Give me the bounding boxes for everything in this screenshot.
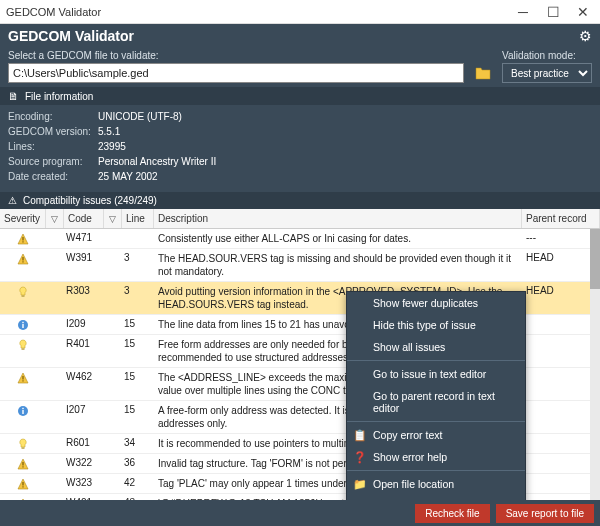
cell-line: 42 xyxy=(122,477,154,488)
info-circle-icon xyxy=(17,319,29,331)
svg-rect-8 xyxy=(22,348,25,350)
cell-line: 43 xyxy=(122,497,154,500)
svg-rect-17 xyxy=(22,482,23,486)
cell-parent: HEAD xyxy=(522,285,600,296)
cell-code: W322 xyxy=(64,457,104,468)
svg-rect-7 xyxy=(22,322,23,323)
info-row: Source program:Personal Ancestry Writer … xyxy=(8,154,592,169)
app-title: GEDCOM Validator xyxy=(8,28,579,44)
context-menu-item-icon: ❓ xyxy=(353,451,367,464)
info-value: 5.5.1 xyxy=(98,124,120,139)
svg-rect-16 xyxy=(22,466,23,467)
context-menu-item[interactable]: Show fewer duplicates xyxy=(347,292,525,314)
file-select-row: Select a GEDCOM file to validate: Valida… xyxy=(0,48,600,87)
context-menu-item[interactable]: 📁Open file location xyxy=(347,473,525,495)
cell-description: The HEAD.SOUR.VERS tag is missing and sh… xyxy=(154,252,522,278)
context-menu-separator xyxy=(347,421,525,422)
context-menu-item-label: Hide this type of issue xyxy=(373,319,476,331)
svg-rect-9 xyxy=(22,376,23,380)
context-menu-item-label: Show error help xyxy=(373,451,447,463)
save-report-button[interactable]: Save report to file xyxy=(496,504,594,523)
filter-icon: ▽ xyxy=(109,214,116,224)
cell-severity xyxy=(0,497,46,500)
info-row: Date created:25 MAY 2002 xyxy=(8,169,592,184)
minimize-button[interactable]: ─ xyxy=(508,0,538,24)
info-key: GEDCOM version: xyxy=(8,124,98,139)
cell-code: W391 xyxy=(64,252,104,263)
warning-triangle-icon xyxy=(17,498,29,500)
table-row[interactable]: W471Consistently use either ALL-CAPS or … xyxy=(0,229,600,249)
file-path-input[interactable] xyxy=(8,63,464,83)
lightbulb-icon xyxy=(17,339,29,351)
col-code[interactable]: Code xyxy=(64,209,104,228)
settings-gear-icon[interactable]: ⚙ xyxy=(579,28,592,44)
context-menu-item-icon: 📝 xyxy=(353,500,367,501)
col-description[interactable]: Description xyxy=(154,209,522,228)
cell-line: 34 xyxy=(122,437,154,448)
warning-triangle-icon xyxy=(17,458,29,470)
cell-code: R601 xyxy=(64,437,104,448)
recheck-button[interactable]: Recheck file xyxy=(415,504,489,523)
close-button[interactable]: ✕ xyxy=(568,0,598,24)
file-select-label: Select a GEDCOM file to validate: xyxy=(8,50,464,61)
context-menu-item[interactable]: Go to issue in text editor xyxy=(347,363,525,385)
col-severity[interactable]: Severity xyxy=(0,209,46,228)
cell-code: W462 xyxy=(64,371,104,382)
svg-rect-6 xyxy=(22,324,23,328)
col-code-filter[interactable]: ▽ xyxy=(104,209,122,228)
issues-section-header[interactable]: ⚠ Compatibility issues (249/249) xyxy=(0,192,600,209)
context-menu: Show fewer duplicatesHide this type of i… xyxy=(346,291,526,500)
cell-line: 15 xyxy=(122,338,154,349)
svg-rect-18 xyxy=(22,486,23,487)
info-key: Lines: xyxy=(8,139,98,154)
context-menu-item[interactable]: Go to parent record in text editor xyxy=(347,385,525,419)
lightbulb-icon xyxy=(17,286,29,298)
cell-severity xyxy=(0,252,46,265)
cell-severity xyxy=(0,457,46,470)
context-menu-item[interactable]: 📝Open file in text editor xyxy=(347,495,525,500)
cell-severity xyxy=(0,338,46,351)
info-key: Encoding: xyxy=(8,109,98,124)
app-header: GEDCOM Validator ⚙ Select a GEDCOM file … xyxy=(0,24,600,209)
issues-table: Severity ▽ Code ▽ Line Description Paren… xyxy=(0,209,600,500)
cell-code: I209 xyxy=(64,318,104,329)
browse-folder-button[interactable] xyxy=(472,63,494,83)
context-menu-item-label: Open file location xyxy=(373,478,454,490)
cell-parent: HEAD xyxy=(522,252,600,263)
footer: Recheck file Save report to file xyxy=(0,500,600,526)
document-icon: 🗎 xyxy=(8,90,19,102)
info-row: Lines:23995 xyxy=(8,139,592,154)
svg-rect-4 xyxy=(22,295,25,297)
table-row[interactable]: W3913The HEAD.SOUR.VERS tag is missing a… xyxy=(0,249,600,282)
cell-code: I207 xyxy=(64,404,104,415)
validation-mode-label: Validation mode: xyxy=(502,50,592,61)
warning-triangle-icon xyxy=(17,233,29,245)
cell-line: 3 xyxy=(122,285,154,296)
cell-severity xyxy=(0,477,46,490)
context-menu-item[interactable]: 📋Copy error text xyxy=(347,424,525,446)
window-titlebar: GEDCOM Validator ─ ☐ ✕ xyxy=(0,0,600,24)
cell-line: 3 xyxy=(122,252,154,263)
cell-parent: --- xyxy=(522,232,600,243)
col-parent[interactable]: Parent record xyxy=(522,209,600,228)
scrollbar-thumb[interactable] xyxy=(590,229,600,289)
issues-title: Compatibility issues (249/249) xyxy=(23,195,157,206)
col-severity-filter[interactable]: ▽ xyxy=(46,209,64,228)
context-menu-item[interactable]: Show all issues xyxy=(347,336,525,358)
svg-rect-14 xyxy=(22,447,25,449)
svg-rect-13 xyxy=(22,408,23,409)
cell-line: 36 xyxy=(122,457,154,468)
context-menu-item[interactable]: Hide this type of issue xyxy=(347,314,525,336)
context-menu-item[interactable]: ❓Show error help xyxy=(347,446,525,468)
context-menu-item-icon: 📋 xyxy=(353,429,367,442)
file-info-section-header[interactable]: 🗎 File information xyxy=(0,87,600,105)
cell-severity xyxy=(0,318,46,331)
cell-code: R303 xyxy=(64,285,104,296)
maximize-button[interactable]: ☐ xyxy=(538,0,568,24)
col-line[interactable]: Line xyxy=(122,209,154,228)
validation-mode-select[interactable]: Best practice xyxy=(502,63,592,83)
info-value: 23995 xyxy=(98,139,126,154)
svg-rect-15 xyxy=(22,462,23,466)
info-row: Encoding:UNICODE (UTF-8) xyxy=(8,109,592,124)
info-key: Source program: xyxy=(8,154,98,169)
